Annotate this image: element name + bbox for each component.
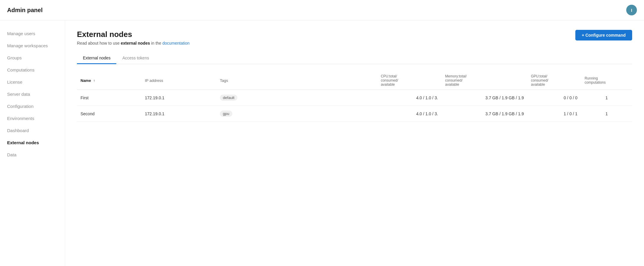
cell-gpu-first: 0 / 0 / 0 (527, 90, 581, 106)
cell-ip-first: 172.19.0.1 (141, 90, 216, 106)
tag-badge-default: default (220, 95, 237, 101)
sidebar-item-computations[interactable]: Computations (0, 64, 65, 76)
sidebar-item-configuration[interactable]: Configuration (0, 100, 65, 112)
cell-running-second: 1 (581, 106, 632, 122)
user-avatar[interactable]: I (626, 5, 637, 15)
col-header-tags: Tags (216, 71, 377, 90)
col-header-memory: Memory:total/ consumed/ available (442, 71, 527, 90)
app-title: Admin panel (7, 7, 43, 14)
external-nodes-table: Name ↑ IP address Tags CPU:total/ consum… (77, 71, 632, 122)
top-bar: Admin panel I (0, 0, 644, 20)
sidebar-item-environments[interactable]: Environments (0, 112, 65, 124)
description-bold: external nodes (121, 41, 150, 46)
main-layout: Manage users Manage workspaces Groups Co… (0, 20, 644, 266)
tab-access-tokens[interactable]: Access tokens (116, 53, 155, 64)
doc-link[interactable]: documentation (162, 41, 190, 46)
configure-command-button[interactable]: + Configure command (575, 30, 632, 40)
header-row: Name ↑ IP address Tags CPU:total/ consum… (77, 71, 632, 90)
cell-name-first: First (77, 90, 141, 106)
sidebar-item-dashboard[interactable]: Dashboard (0, 124, 65, 137)
cell-tags-first: default (216, 90, 377, 106)
col-header-running: Running computations (581, 71, 632, 90)
cell-memory-first: 3.7 GB / 1.9 GB / 1.9 (442, 90, 527, 106)
sort-arrow-name: ↑ (93, 79, 95, 83)
main-content: External nodes Read about how to use ext… (65, 20, 644, 266)
tab-external-nodes[interactable]: External nodes (77, 53, 116, 64)
cell-name-second: Second (77, 106, 141, 122)
cell-running-first: 1 (581, 90, 632, 106)
col-header-gpu: GPU:total/ consumed/ available (527, 71, 581, 90)
table-row: Second 172.19.0.1 gpu 4.0 / 1.0 / 3. 3.7… (77, 106, 632, 122)
sidebar-item-server-data[interactable]: Server data (0, 88, 65, 100)
table-body: First 172.19.0.1 default 4.0 / 1.0 / 3. … (77, 90, 632, 122)
page-header-left: External nodes Read about how to use ext… (77, 30, 190, 46)
sidebar: Manage users Manage workspaces Groups Co… (0, 20, 65, 266)
cell-memory-second: 3.7 GB / 1.9 GB / 1.9 (442, 106, 527, 122)
sidebar-item-external-nodes[interactable]: External nodes (0, 137, 65, 149)
col-header-name[interactable]: Name ↑ (77, 71, 141, 90)
col-header-ip: IP address (141, 71, 216, 90)
tag-badge-gpu: gpu (220, 111, 232, 117)
page-title: External nodes (77, 30, 190, 39)
table-row: First 172.19.0.1 default 4.0 / 1.0 / 3. … (77, 90, 632, 106)
sidebar-item-license[interactable]: License (0, 76, 65, 88)
col-header-cpu: CPU:total/ consumed/ available (377, 71, 442, 90)
table-header: Name ↑ IP address Tags CPU:total/ consum… (77, 71, 632, 90)
page-header: External nodes Read about how to use ext… (77, 30, 632, 46)
tabs: External nodes Access tokens (77, 53, 632, 64)
cell-tags-second: gpu (216, 106, 377, 122)
cell-cpu-second: 4.0 / 1.0 / 3. (377, 106, 442, 122)
description-prefix: Read about how to use (77, 41, 121, 46)
sidebar-item-manage-workspaces[interactable]: Manage workspaces (0, 40, 65, 52)
cell-gpu-second: 1 / 0 / 1 (527, 106, 581, 122)
description-suffix: in the (150, 41, 162, 46)
page-description: Read about how to use external nodes in … (77, 41, 190, 46)
cell-cpu-first: 4.0 / 1.0 / 3. (377, 90, 442, 106)
sidebar-item-groups[interactable]: Groups (0, 52, 65, 64)
sidebar-item-manage-users[interactable]: Manage users (0, 27, 65, 40)
cell-ip-second: 172.19.0.1 (141, 106, 216, 122)
sidebar-item-data[interactable]: Data (0, 149, 65, 161)
